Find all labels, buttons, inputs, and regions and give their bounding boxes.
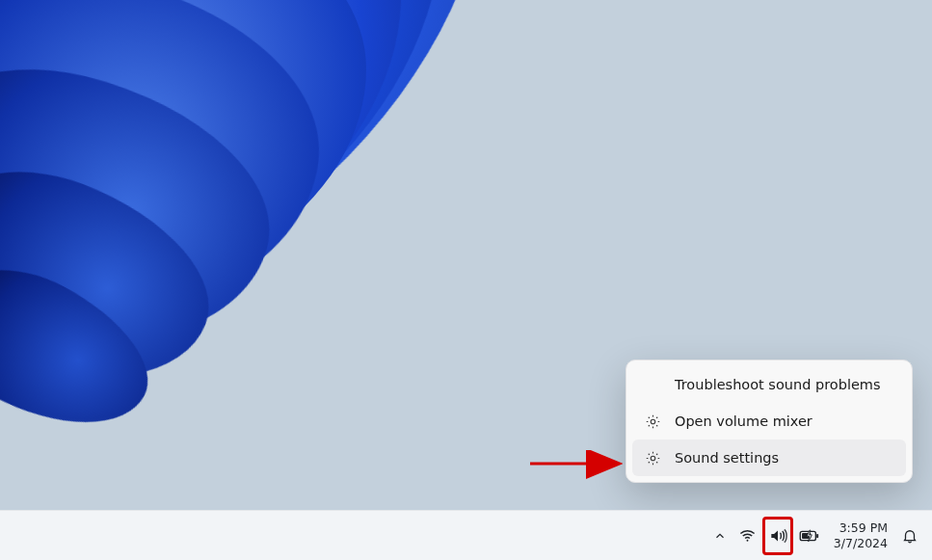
svg-point-1 <box>651 456 655 461</box>
menu-item-sound-settings[interactable]: Sound settings <box>632 440 906 476</box>
chevron-up-icon <box>713 529 727 543</box>
tray-clock[interactable]: 3:59 PM 3/7/2024 <box>826 517 895 555</box>
tray-overflow-button[interactable] <box>707 517 732 555</box>
svg-point-0 <box>651 419 655 424</box>
menu-item-label: Sound settings <box>675 450 896 466</box>
tray-notifications-button[interactable] <box>895 517 924 555</box>
menu-item-troubleshoot[interactable]: Troubleshoot sound problems <box>632 366 906 403</box>
taskbar: 3:59 PM 3/7/2024 <box>0 510 932 560</box>
speaker-icon <box>768 526 787 546</box>
battery-icon <box>799 527 820 545</box>
tray-volume-button[interactable] <box>762 517 793 555</box>
gear-icon <box>644 449 661 467</box>
tray-date: 3/7/2024 <box>834 536 888 551</box>
bell-icon <box>901 527 919 545</box>
menu-item-label: Troubleshoot sound problems <box>675 377 896 392</box>
system-tray: 3:59 PM 3/7/2024 <box>707 517 924 555</box>
menu-icon-none <box>644 376 661 393</box>
wifi-icon <box>738 526 757 545</box>
svg-point-3 <box>746 540 748 542</box>
menu-item-volume-mixer[interactable]: Open volume mixer <box>632 403 906 440</box>
gear-icon <box>644 413 661 430</box>
tray-wifi-button[interactable] <box>732 517 762 555</box>
tray-battery-button[interactable] <box>793 517 826 555</box>
sound-context-menu: Troubleshoot sound problems Open volume … <box>626 360 913 483</box>
tray-time: 3:59 PM <box>839 520 888 536</box>
menu-item-label: Open volume mixer <box>675 413 896 429</box>
svg-rect-5 <box>816 533 818 537</box>
